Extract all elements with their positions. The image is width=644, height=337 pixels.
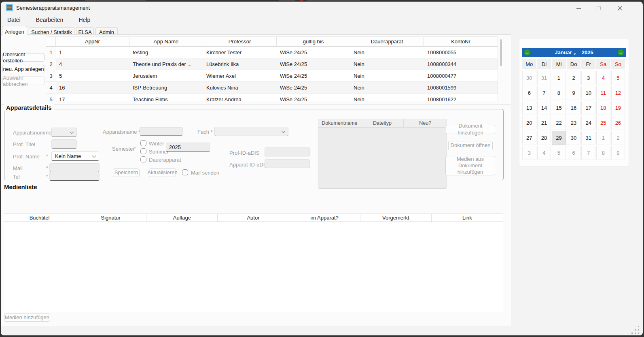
menu-help[interactable]: Help: [75, 15, 93, 24]
menu-bearbeiten[interactable]: Bearbeiten: [33, 15, 67, 24]
apparatsnummer-combobox[interactable]: [51, 128, 77, 137]
prof-name-value: Kein Name: [55, 153, 81, 159]
calendar-day[interactable]: 31: [581, 131, 595, 145]
calendar-day[interactable]: 27: [522, 131, 536, 145]
medien-hinzufuegen-button[interactable]: Medien hinzufügen: [4, 314, 50, 322]
calendar-day[interactable]: 26: [611, 116, 625, 130]
calendar-day[interactable]: 29: [552, 131, 566, 145]
prof-titel-input[interactable]: [51, 139, 77, 149]
tel-input[interactable]: [49, 172, 100, 181]
calendar-day[interactable]: 22: [552, 116, 566, 130]
calendar-day[interactable]: 18: [596, 101, 610, 115]
dauerapparat-radio[interactable]: [140, 156, 146, 162]
menu-datei[interactable]: Datei: [4, 15, 24, 24]
calendar-day[interactable]: 7: [537, 86, 551, 100]
jahr-input[interactable]: 2025: [166, 143, 210, 151]
apps-column-header[interactable]: App Name: [129, 37, 203, 46]
calendar-title[interactable]: Januar 2025: [555, 49, 593, 55]
calendar-day[interactable]: 4: [537, 146, 551, 160]
medien-column-header[interactable]: Autor: [218, 214, 289, 222]
calendar-day[interactable]: 9: [611, 146, 625, 160]
calendar-day[interactable]: 8: [596, 146, 610, 160]
calendar-day[interactable]: 12: [611, 86, 625, 100]
calendar-day[interactable]: 2: [567, 71, 581, 85]
calendar-day[interactable]: 21: [537, 116, 551, 130]
calendar-day[interactable]: 17: [581, 101, 595, 115]
medien-column-header[interactable]: Link: [432, 214, 503, 222]
sommer-radio[interactable]: [140, 148, 146, 154]
mail-senden-label: Mail senden: [191, 170, 219, 176]
minimize-button[interactable]: [569, 2, 588, 15]
resize-grip[interactable]: [631, 325, 640, 334]
medien-column-header[interactable]: im Apparat?: [289, 214, 360, 222]
apps-table-body: 11testingKirchner TesterWiSe 24/25Nein10…: [46, 47, 498, 101]
arrow-left-icon: ←: [525, 50, 530, 55]
calendar-day[interactable]: 13: [522, 101, 536, 115]
medien-column-header[interactable]: Signatur: [75, 214, 146, 222]
dokument-hinzufuegen-button[interactable]: Dokument hinzufügen: [446, 125, 495, 134]
apparatsname-input[interactable]: [140, 127, 183, 136]
calendar-next-button[interactable]: →: [617, 49, 624, 56]
calendar-day[interactable]: 8: [552, 86, 566, 100]
calendar-day[interactable]: 15: [552, 101, 566, 115]
apps-column-header[interactable]: Dauerapparat: [350, 37, 424, 46]
medien-column-header[interactable]: Vorgemerkt: [360, 214, 432, 222]
calendar-day[interactable]: 1: [596, 131, 610, 145]
medien-aus-dokument-button[interactable]: Medien aus Dokument hinzufügen: [445, 156, 495, 175]
calendar-day[interactable]: 4: [596, 71, 610, 85]
calendar-day[interactable]: 5: [552, 146, 566, 160]
calendar-day[interactable]: 6: [567, 146, 581, 160]
calendar-day[interactable]: 30: [567, 131, 581, 145]
uebersicht-erstellen-button[interactable]: Übersicht erstellen: [2, 53, 44, 62]
dokument-oeffnen-button[interactable]: Dokument öffnen: [448, 141, 493, 150]
apps-table-row[interactable]: 517Teaching FilmsKratzer AndreaWiSe 24/2…: [46, 94, 498, 101]
apps-table-row[interactable]: 35JerusalemWiemer AxelWiSe 24/25Nein1008…: [46, 70, 498, 82]
speichern-button[interactable]: Speichern: [113, 168, 140, 177]
apps-column-header[interactable]: Professor: [203, 37, 277, 46]
maximize-button[interactable]: [589, 2, 608, 15]
apps-column-header[interactable]: gültig bis: [277, 37, 350, 46]
calendar-day[interactable]: 25: [596, 116, 610, 130]
apps-table-scrollbar[interactable]: [500, 38, 502, 99]
apparat-id-adis-input[interactable]: [265, 159, 310, 168]
apps-table-row[interactable]: 24Theorie und Praxis der ...Lüsebrink Il…: [46, 58, 498, 70]
winter-radio[interactable]: [140, 140, 146, 146]
apps-column-header[interactable]: AppNr: [56, 37, 129, 46]
medien-column-header[interactable]: Buchtitel: [4, 214, 75, 222]
calendar-day[interactable]: 31: [537, 71, 551, 85]
prof-name-combobox[interactable]: Kein Name: [51, 151, 99, 161]
mail-input[interactable]: [49, 163, 100, 172]
calendar-day[interactable]: 16: [567, 101, 581, 115]
prof-id-adis-input[interactable]: [265, 147, 310, 156]
scrollbar-thumb[interactable]: [500, 39, 502, 66]
calendar-day[interactable]: 14: [537, 101, 551, 115]
calendar-prev-button[interactable]: ←: [524, 49, 531, 56]
calendar-day[interactable]: 3: [581, 71, 595, 85]
calendar-day[interactable]: 10: [581, 86, 595, 100]
apps-column-header[interactable]: KontoNr: [424, 37, 498, 46]
medien-column-header[interactable]: Auflage: [146, 214, 218, 222]
calendar-day[interactable]: 24: [581, 116, 595, 130]
calendar-day[interactable]: 9: [567, 86, 581, 100]
calendar-day[interactable]: 28: [537, 131, 551, 145]
calendar-day[interactable]: 30: [522, 71, 536, 85]
apps-table-row[interactable]: 11testingKirchner TesterWiSe 24/25Nein10…: [46, 47, 498, 58]
calendar-day[interactable]: 20: [522, 116, 536, 130]
close-button[interactable]: [610, 2, 629, 15]
aktualisieren-button[interactable]: Aktualisieren: [149, 168, 176, 177]
neu-app-anlegen-button[interactable]: neu. App anlegen: [2, 65, 44, 73]
calendar-day[interactable]: 1: [552, 71, 566, 85]
calendar-day[interactable]: 7: [581, 146, 595, 160]
calendar-day[interactable]: 11: [596, 86, 610, 100]
calendar-day[interactable]: 2: [611, 131, 625, 145]
calendar-day[interactable]: 5: [611, 71, 625, 85]
apps-table-row[interactable]: 416ISP-BetreuungKulovics NinaWiSe 24/25N…: [46, 82, 498, 94]
tab-anlegen[interactable]: Anlegen: [2, 26, 27, 36]
auswahl-abbrechen-button[interactable]: Auswahl abbrechen: [2, 77, 44, 85]
calendar-day[interactable]: 6: [522, 86, 536, 100]
calendar-day[interactable]: 3: [522, 146, 536, 160]
calendar-day[interactable]: 23: [567, 116, 581, 130]
fach-combobox[interactable]: [214, 127, 288, 136]
calendar-day[interactable]: 19: [611, 101, 625, 115]
mail-senden-radio[interactable]: [182, 169, 188, 175]
